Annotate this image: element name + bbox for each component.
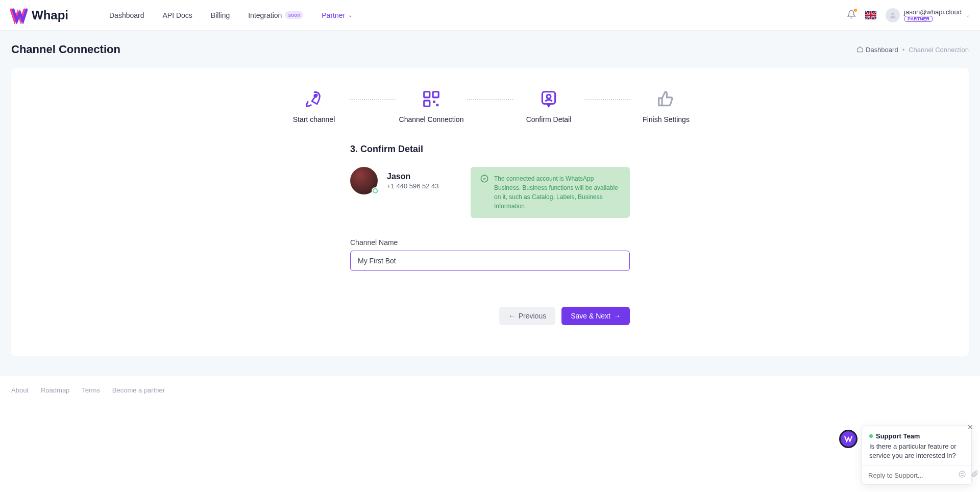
- home-icon: [856, 46, 864, 53]
- footer-roadmap[interactable]: Roadmap: [41, 386, 69, 394]
- step-connector: [350, 99, 396, 100]
- chevron-down-icon: ⌄: [348, 12, 352, 18]
- nav-partner-label: Partner: [322, 11, 345, 19]
- subheader: Channel Connection Dashboard • Channel C…: [0, 31, 980, 68]
- step-start-channel[interactable]: Start channel: [278, 89, 350, 124]
- step-label: Channel Connection: [399, 115, 464, 124]
- notification-dot: [854, 9, 857, 12]
- profile-phone: +1 440 596 52 43: [387, 182, 439, 190]
- profile-row: Jason +1 440 596 52 43 The connected acc…: [350, 167, 630, 218]
- step-label: Finish Settings: [643, 115, 690, 124]
- qr-icon: [421, 89, 442, 109]
- header-right: jason@whapi.cloud PARTNER ⌄: [847, 8, 970, 22]
- nav-billing[interactable]: Billing: [211, 11, 230, 19]
- card: Start channel Channel Connection Confirm…: [11, 68, 969, 356]
- step-label: Start channel: [293, 115, 335, 124]
- avatar-icon: [886, 8, 900, 22]
- logo-text: Whapi: [32, 8, 68, 22]
- svg-point-9: [547, 94, 551, 99]
- thumbs-up-icon: [656, 89, 676, 109]
- nav-partner[interactable]: Partner ⌄: [322, 11, 352, 19]
- confirm-detail-section: 3. Confirm Detail Jason +1 440 596 52 43: [350, 144, 630, 325]
- previous-button[interactable]: ← Previous: [499, 307, 555, 325]
- save-next-button[interactable]: Save & Next →: [561, 307, 630, 325]
- arrow-right-icon: →: [614, 312, 621, 320]
- avatar: [350, 167, 378, 194]
- breadcrumb: Dashboard • Channel Connection: [856, 46, 969, 54]
- breadcrumb-home-label: Dashboard: [866, 46, 898, 54]
- step-connector: [584, 99, 630, 100]
- svg-rect-6: [433, 101, 435, 103]
- notifications-button[interactable]: [847, 10, 856, 21]
- profile-name: Jason: [387, 172, 439, 181]
- chevron-down-icon: ⌄: [966, 12, 970, 18]
- header: Whapi Dashboard API Docs Billing Integra…: [0, 0, 980, 31]
- whatsapp-badge-icon: [372, 187, 379, 194]
- channel-name-label: Channel Name: [350, 238, 630, 247]
- channel-name-input[interactable]: [350, 251, 630, 271]
- step-confirm-detail[interactable]: Confirm Detail: [513, 89, 584, 124]
- footer-become-partner[interactable]: Become a partner: [112, 386, 165, 394]
- button-row: ← Previous Save & Next →: [350, 307, 630, 325]
- previous-button-label: Previous: [519, 312, 546, 320]
- step-label: Confirm Detail: [526, 115, 572, 124]
- svg-rect-4: [433, 92, 438, 97]
- user-info: jason@whapi.cloud PARTNER: [904, 8, 962, 22]
- svg-point-1: [891, 12, 894, 15]
- rocket-icon: [304, 89, 324, 109]
- logo[interactable]: Whapi: [10, 7, 68, 24]
- logo-icon: [10, 7, 28, 24]
- section-title: 3. Confirm Detail: [350, 144, 630, 155]
- whatsapp-icon: [480, 174, 489, 211]
- language-selector[interactable]: [865, 11, 876, 19]
- breadcrumb-current: Channel Connection: [909, 46, 969, 54]
- step-finish-settings[interactable]: Finish Settings: [630, 89, 702, 124]
- profile-info: Jason +1 440 596 52 43: [350, 167, 471, 194]
- business-notice: The connected account is WhatsApp Busine…: [471, 167, 630, 218]
- svg-point-2: [314, 94, 317, 97]
- save-next-button-label: Save & Next: [571, 312, 610, 320]
- user-email: jason@whapi.cloud: [904, 8, 962, 16]
- svg-rect-5: [424, 101, 430, 106]
- svg-rect-7: [436, 104, 439, 107]
- partner-badge: PARTNER: [904, 16, 933, 22]
- notice-text: The connected account is WhatsApp Busine…: [494, 174, 621, 211]
- top-nav: Dashboard API Docs Billing Integration s…: [109, 11, 352, 19]
- breadcrumb-separator: •: [902, 46, 905, 54]
- nav-api-docs[interactable]: API Docs: [163, 11, 192, 19]
- step-channel-connection[interactable]: Channel Connection: [396, 89, 467, 124]
- soon-badge: soon: [285, 11, 303, 19]
- page-title: Channel Connection: [11, 43, 120, 56]
- stepper: Start channel Channel Connection Confirm…: [42, 89, 938, 124]
- nav-dashboard[interactable]: Dashboard: [109, 11, 144, 19]
- step-connector: [467, 99, 513, 100]
- user-menu[interactable]: jason@whapi.cloud PARTNER ⌄: [886, 8, 970, 22]
- nav-integration-label: Integration: [248, 11, 282, 19]
- svg-rect-3: [424, 92, 430, 97]
- breadcrumb-home[interactable]: Dashboard: [856, 46, 898, 54]
- content: Start channel Channel Connection Confirm…: [0, 68, 980, 376]
- footer-about[interactable]: About: [11, 386, 29, 394]
- footer-terms[interactable]: Terms: [82, 386, 100, 394]
- footer: About Roadmap Terms Become a partner: [0, 376, 980, 404]
- user-badge-icon: [538, 89, 559, 109]
- nav-integration[interactable]: Integration soon: [248, 11, 303, 19]
- arrow-left-icon: ←: [508, 312, 516, 320]
